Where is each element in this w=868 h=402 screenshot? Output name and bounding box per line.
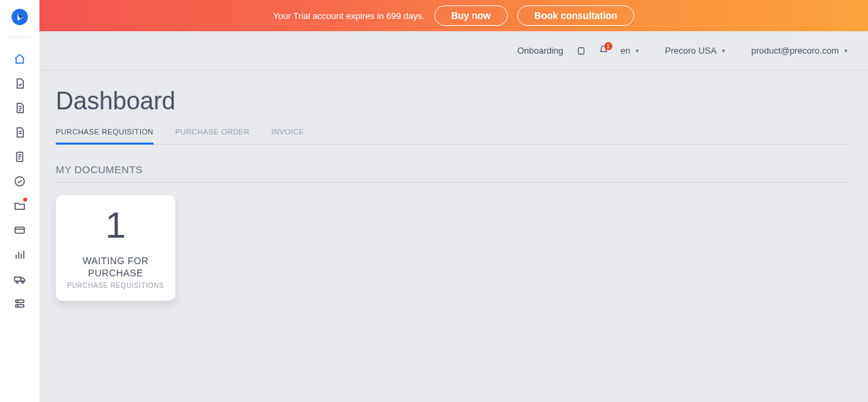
tab-purchase-order[interactable]: PURCHASE ORDER — [175, 128, 250, 144]
onboarding-link[interactable]: Onboarding — [517, 45, 563, 56]
svg-rect-4 — [15, 277, 21, 281]
chevron-down-icon: ▾ — [722, 47, 725, 54]
sidebar-item-products[interactable] — [0, 194, 39, 218]
check-circle-icon — [14, 175, 26, 187]
book-consultation-button[interactable]: Book consultation — [517, 5, 634, 26]
trial-message: Your Trial account expires in 699 days. — [273, 11, 425, 21]
buy-now-button[interactable]: Buy now — [434, 5, 508, 26]
svg-rect-7 — [16, 300, 24, 303]
company-dropdown[interactable]: Precoro USA ▾ — [665, 45, 725, 56]
server-icon — [14, 297, 26, 310]
sidebar — [0, 0, 39, 402]
bar-chart-icon — [14, 249, 26, 261]
top-header: Onboarding 1 en ▾ Precoro USA ▾ product@… — [39, 31, 868, 71]
section-my-documents: MY DOCUMENTS — [56, 164, 848, 183]
notifications-button[interactable]: 1 — [599, 45, 608, 56]
app-logo[interactable] — [11, 8, 29, 26]
onboarding-label: Onboarding — [517, 45, 563, 56]
card-status-line2: PURCHASE — [88, 268, 143, 278]
receipt-icon — [14, 151, 26, 163]
sidebar-item-invoice[interactable] — [0, 120, 39, 145]
chevron-down-icon: ▾ — [844, 47, 848, 54]
card-waiting-for-purchase[interactable]: 1 WAITING FOR PURCHASE PURCHASE REQUISIT… — [56, 195, 175, 301]
sidebar-item-reports[interactable] — [0, 242, 39, 267]
chevron-down-icon: ▾ — [636, 47, 639, 54]
card-status: WAITING FOR PURCHASE — [82, 255, 148, 279]
sidebar-item-dashboard[interactable] — [0, 47, 39, 71]
document-icon — [14, 102, 26, 114]
credit-card-icon — [14, 224, 26, 236]
cards-container: 1 WAITING FOR PURCHASE PURCHASE REQUISIT… — [56, 195, 848, 301]
language-dropdown[interactable]: en ▾ — [621, 45, 639, 56]
tabs: PURCHASE REQUISITION PURCHASE ORDER INVO… — [56, 128, 848, 145]
sidebar-item-approvals[interactable] — [0, 169, 39, 194]
sidebar-divider — [10, 37, 30, 37]
document-check-icon — [14, 77, 26, 90]
sidebar-item-purchase-order[interactable] — [0, 96, 39, 120]
svg-rect-8 — [16, 305, 24, 308]
knowledge-base-icon[interactable] — [576, 45, 587, 56]
svg-point-9 — [18, 301, 18, 302]
language-value: en — [621, 45, 630, 56]
notification-dot-icon — [23, 198, 27, 202]
sidebar-item-purchase-requisition[interactable] — [0, 71, 39, 96]
user-email: product@precoro.com — [751, 45, 839, 56]
invoice-icon — [14, 126, 26, 139]
home-icon — [14, 53, 26, 65]
page-title: Dashboard — [56, 87, 848, 115]
sidebar-item-suppliers[interactable] — [0, 267, 39, 291]
notifications-badge: 1 — [604, 42, 612, 50]
user-dropdown[interactable]: product@precoro.com ▾ — [751, 45, 848, 56]
svg-rect-3 — [15, 227, 24, 234]
trial-banner: Your Trial account expires in 699 days. … — [39, 0, 868, 31]
sidebar-item-payments[interactable] — [0, 218, 39, 242]
sidebar-item-settings[interactable] — [0, 291, 39, 316]
card-subtitle: PURCHASE REQUISITIONS — [67, 282, 164, 289]
svg-point-5 — [16, 281, 18, 283]
card-count: 1 — [105, 206, 126, 243]
svg-point-10 — [18, 306, 18, 306]
svg-point-6 — [22, 281, 24, 283]
main-content: Dashboard PURCHASE REQUISITION PURCHASE … — [39, 71, 868, 402]
truck-icon — [14, 273, 26, 285]
company-value: Precoro USA — [665, 45, 716, 56]
tab-invoice[interactable]: INVOICE — [271, 128, 304, 144]
svg-rect-11 — [578, 48, 584, 54]
tab-purchase-requisition[interactable]: PURCHASE REQUISITION — [56, 128, 154, 144]
card-status-line1: WAITING FOR — [82, 255, 148, 266]
sidebar-item-receipt[interactable] — [0, 145, 39, 169]
